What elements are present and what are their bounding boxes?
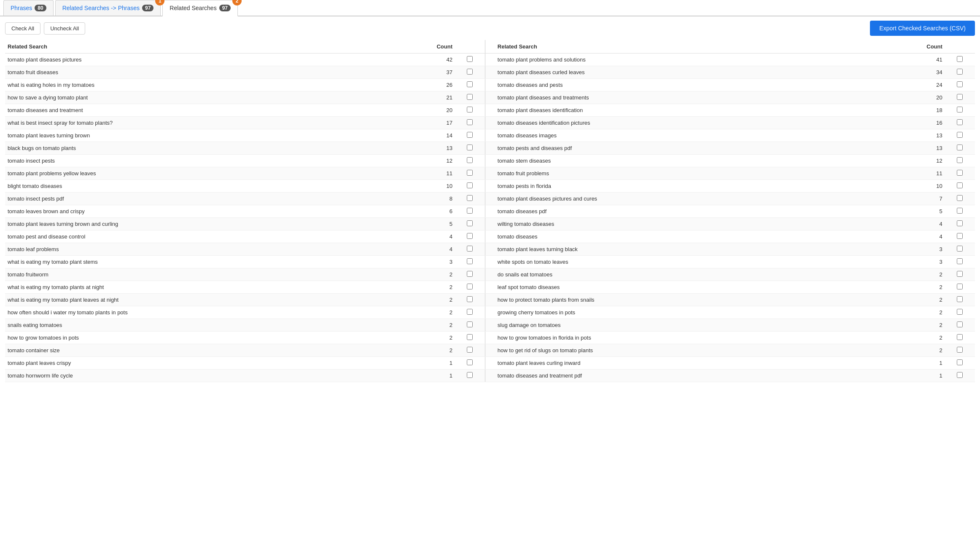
right-checkbox[interactable] [957,359,963,365]
left-check-cell[interactable] [455,281,485,294]
left-checkbox[interactable] [467,372,473,378]
right-check-cell[interactable] [945,167,975,180]
right-check-cell[interactable] [945,268,975,281]
right-checkbox[interactable] [957,94,963,100]
right-checkbox[interactable] [957,182,963,188]
right-checkbox[interactable] [957,81,963,87]
right-check-cell[interactable] [945,357,975,370]
right-check-cell[interactable] [945,218,975,230]
right-checkbox[interactable] [957,347,963,353]
right-checkbox[interactable] [957,321,963,327]
left-checkbox[interactable] [467,233,473,239]
left-checkbox[interactable] [467,271,473,277]
right-checkbox[interactable] [957,157,963,163]
left-check-cell[interactable] [455,230,485,243]
left-check-cell[interactable] [455,256,485,268]
right-checkbox[interactable] [957,56,963,62]
right-check-cell[interactable] [945,243,975,256]
left-check-cell[interactable] [455,332,485,344]
right-check-cell[interactable] [945,129,975,142]
right-check-cell[interactable] [945,155,975,167]
left-check-cell[interactable] [455,66,485,79]
right-checkbox[interactable] [957,284,963,289]
export-button[interactable]: Export Checked Searches (CSV) [870,21,975,36]
left-check-cell[interactable] [455,117,485,129]
right-checkbox[interactable] [957,271,963,277]
left-check-cell[interactable] [455,91,485,104]
left-checkbox[interactable] [467,170,473,176]
left-check-cell[interactable] [455,218,485,230]
tab-related-to-phrases[interactable]: Related Searches -> Phrases 97 1 [55,0,161,16]
right-checkbox[interactable] [957,233,963,239]
left-checkbox[interactable] [467,56,473,62]
right-checkbox[interactable] [957,195,963,201]
left-checkbox[interactable] [467,208,473,214]
left-checkbox[interactable] [467,195,473,201]
right-checkbox[interactable] [957,132,963,138]
right-checkbox[interactable] [957,145,963,150]
left-checkbox[interactable] [467,69,473,75]
right-checkbox[interactable] [957,208,963,214]
left-checkbox[interactable] [467,145,473,150]
right-check-cell[interactable] [945,344,975,357]
left-checkbox[interactable] [467,321,473,327]
left-checkbox[interactable] [467,132,473,138]
check-all-button[interactable]: Check All [5,22,40,35]
right-check-cell[interactable] [945,193,975,205]
right-checkbox[interactable] [957,220,963,226]
left-check-cell[interactable] [455,54,485,66]
right-checkbox[interactable] [957,258,963,264]
left-check-cell[interactable] [455,319,485,332]
right-check-cell[interactable] [945,256,975,268]
tab-related-searches[interactable]: Related Searches 97 2 [162,0,238,16]
left-checkbox[interactable] [467,119,473,125]
right-check-cell[interactable] [945,66,975,79]
uncheck-all-button[interactable]: Uncheck All [44,22,85,35]
right-checkbox[interactable] [957,69,963,75]
right-check-cell[interactable] [945,205,975,218]
right-check-cell[interactable] [945,180,975,193]
left-check-cell[interactable] [455,370,485,382]
left-checkbox[interactable] [467,81,473,87]
left-check-cell[interactable] [455,142,485,155]
right-checkbox[interactable] [957,119,963,125]
right-checkbox[interactable] [957,372,963,378]
left-check-cell[interactable] [455,180,485,193]
left-check-cell[interactable] [455,205,485,218]
left-check-cell[interactable] [455,167,485,180]
left-checkbox[interactable] [467,359,473,365]
left-check-cell[interactable] [455,155,485,167]
left-checkbox[interactable] [467,334,473,340]
left-checkbox[interactable] [467,107,473,112]
right-check-cell[interactable] [945,79,975,91]
left-checkbox[interactable] [467,246,473,252]
left-check-cell[interactable] [455,79,485,91]
left-check-cell[interactable] [455,129,485,142]
right-check-cell[interactable] [945,332,975,344]
left-check-cell[interactable] [455,104,485,117]
left-checkbox[interactable] [467,220,473,226]
left-check-cell[interactable] [455,268,485,281]
left-check-cell[interactable] [455,294,485,306]
right-check-cell[interactable] [945,370,975,382]
right-checkbox[interactable] [957,296,963,302]
right-checkbox[interactable] [957,309,963,315]
right-check-cell[interactable] [945,54,975,66]
right-check-cell[interactable] [945,142,975,155]
left-checkbox[interactable] [467,309,473,315]
right-checkbox[interactable] [957,170,963,176]
left-checkbox[interactable] [467,258,473,264]
left-check-cell[interactable] [455,306,485,319]
tab-phrases[interactable]: Phrases 80 [3,0,54,16]
left-checkbox[interactable] [467,284,473,289]
right-checkbox[interactable] [957,107,963,112]
right-check-cell[interactable] [945,281,975,294]
left-checkbox[interactable] [467,347,473,353]
left-checkbox[interactable] [467,157,473,163]
left-check-cell[interactable] [455,357,485,370]
right-checkbox[interactable] [957,246,963,252]
left-check-cell[interactable] [455,243,485,256]
left-check-cell[interactable] [455,193,485,205]
right-check-cell[interactable] [945,230,975,243]
left-checkbox[interactable] [467,182,473,188]
